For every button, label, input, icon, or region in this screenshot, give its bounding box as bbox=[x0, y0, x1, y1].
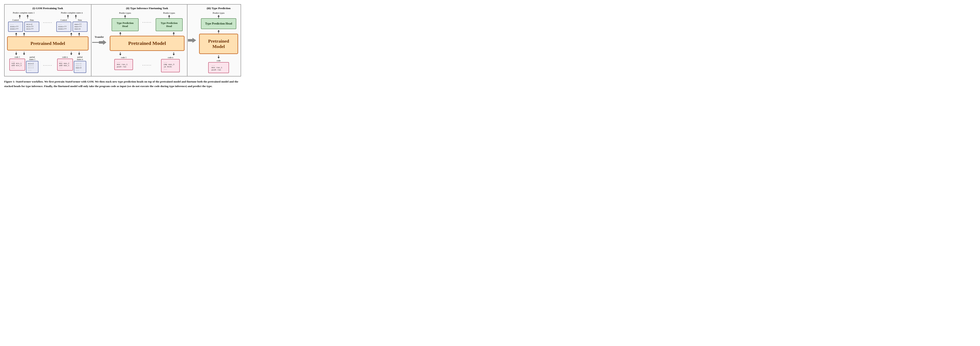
ft-coden-label: code n bbox=[168, 56, 173, 59]
gsm-paneln: Predict complete states n bbox=[56, 12, 88, 32]
predict-types-n: Predict types bbox=[163, 12, 175, 14]
pred-bottom: code ... mov rax,1 push rax bbox=[199, 59, 238, 73]
ft-head-dots: ...... bbox=[142, 19, 152, 24]
gsm-paneln-boxes: Control ... exec=?? exec=?? Data bbox=[56, 19, 88, 32]
code1-box: ... sub ecx,1 add ecx,3 ... bbox=[10, 59, 25, 71]
ft-coden-box: ... cmp eax,3 ja 0x3c ... bbox=[161, 59, 180, 72]
transfer-connector: Transfer bbox=[91, 5, 107, 76]
section-prediction: (iii) Type Prediction Predict types Type… bbox=[197, 5, 241, 76]
arrow-ft-to-pred bbox=[188, 5, 197, 76]
ft-bottom-dots: ...... bbox=[142, 62, 152, 67]
pred-predict-types: Predict types bbox=[213, 12, 224, 14]
ft-code1-col: code 1 ... mov rax,1 push rax bbox=[114, 56, 133, 70]
pred-type-head: Type Prediction Head bbox=[201, 18, 236, 29]
gsm-pretrained-model: Pretrained Model bbox=[7, 37, 89, 51]
ft-type-head-1: Type Prediction Head bbox=[111, 18, 138, 31]
predict-complete-1: Predict complete states 1 bbox=[13, 12, 35, 14]
pred-code-label: code bbox=[217, 59, 221, 62]
ctrl1-col: Control ... exec=?? exec=?? bbox=[8, 19, 23, 32]
partial1-box: ecx=2 ecx=1 ecx=4 ... bbox=[26, 61, 38, 73]
finetuning-heads-row: Predict types Type Prediction Head .....… bbox=[110, 12, 185, 31]
transfer-label: Transfer bbox=[95, 35, 104, 39]
figure-caption: Figure 1: StateFormer workflow. We first… bbox=[4, 80, 241, 89]
gsm-panel1-boxes: Control ... exec=?? exec=?? Data bbox=[8, 19, 39, 32]
gsm-panel1: Predict complete states 1 bbox=[8, 12, 39, 32]
pred-code-box: ... mov rax,1 push rax bbox=[208, 62, 229, 73]
ctrln-label: Control bbox=[60, 19, 67, 21]
sections-row: (i) GSM Pretraining Task Predict complet… bbox=[5, 5, 241, 76]
up-arrow-data1 bbox=[27, 15, 29, 16]
partial1-col: partialstates 1 ecx=2 ecx=1 ecx=4 ... bbox=[26, 56, 38, 73]
prediction-title: (iii) Type Prediction bbox=[199, 6, 238, 10]
ft-code1-box: ... mov rax,1 push rax bbox=[114, 59, 133, 70]
datan-box: eax=?? eax=?? eax=3 bbox=[73, 22, 88, 32]
caption-text: Figure 1: StateFormer workflow. We first… bbox=[4, 80, 238, 88]
code1-label: code 1 bbox=[14, 56, 20, 58]
ft-coden-col: code n ... cmp eax,3 ja 0x3c ... bbox=[161, 56, 180, 72]
pred-pretrained-model: Pretrained Model bbox=[199, 33, 238, 54]
coden-col: code n ... mov eax,2 add eax,1 ... bbox=[57, 56, 73, 73]
transfer-arrow-svg bbox=[99, 40, 107, 45]
ft-code1-label: code 1 bbox=[121, 56, 126, 59]
gsm-top: Predict complete states 1 bbox=[7, 12, 89, 32]
ft-pretrained-model: Pretrained Model bbox=[110, 36, 185, 51]
pred-code-col: code ... mov rax,1 push rax bbox=[208, 59, 229, 73]
svg-marker-1 bbox=[188, 38, 196, 43]
up-arrow-ctrl1 bbox=[19, 15, 21, 16]
partialn-label: partialstates n bbox=[77, 56, 83, 61]
figure: (i) GSM Pretraining Task Predict complet… bbox=[4, 4, 241, 89]
section-finetuning: (ii) Type Inference Finetuning Task Pred… bbox=[107, 5, 188, 76]
predict-types-1: Predict types bbox=[119, 12, 131, 14]
ft-bottom: code 1 ... mov rax,1 push rax ...... cod… bbox=[110, 56, 185, 72]
coden-box: ... mov eax,2 add eax,1 ... bbox=[57, 59, 73, 71]
pred-head-area: Predict types Type Prediction Head bbox=[199, 12, 238, 29]
gsm-bottom-dots: ...... bbox=[43, 62, 52, 67]
up-arrow-ctrln bbox=[67, 15, 69, 16]
partialn-col: partialstates n eax=0 eax=2 eax=3 ... bbox=[74, 56, 86, 73]
ft-headn: Predict types Type Prediction Head bbox=[156, 12, 183, 31]
ft-head1: Predict types Type Prediction Head bbox=[111, 12, 138, 31]
predict-complete-n: Predict complete states n bbox=[61, 12, 83, 14]
code1-col: code 1 ... sub ecx,1 add ecx,3 ... bbox=[10, 56, 25, 73]
datan-label: Data bbox=[78, 19, 82, 21]
data1-box: ecx=2 ecx=?? ecx=?? bbox=[24, 22, 39, 32]
datan-col: Data eax=?? eax=?? eax=3 bbox=[73, 19, 88, 32]
gsm-bottom-group1: code 1 ... sub ecx,1 add ecx,3 ... parti… bbox=[10, 56, 38, 73]
coden-label: code n bbox=[62, 56, 68, 58]
ctrln-box: ... exec=?? exec=?? bbox=[56, 22, 71, 32]
svg-marker-0 bbox=[99, 40, 107, 45]
section-gsm: (i) GSM Pretraining Task Predict complet… bbox=[5, 5, 91, 76]
gsm-top-dots: ...... bbox=[41, 19, 54, 24]
finetuning-title: (ii) Type Inference Finetuning Task bbox=[110, 6, 185, 10]
ctrl1-label: Control bbox=[13, 19, 19, 21]
up-arrow-datan bbox=[75, 15, 77, 16]
arrow-ft-pred-svg bbox=[188, 37, 196, 43]
ctrln-col: Control ... exec=?? exec=?? bbox=[56, 19, 71, 32]
data1-col: Data ecx=2 ecx=?? ecx=?? bbox=[24, 19, 39, 32]
gsm-title: (i) GSM Pretraining Task bbox=[7, 6, 89, 10]
partialn-box: eax=0 eax=2 eax=3 ... bbox=[74, 61, 86, 73]
gsm-bottom: code 1 ... sub ecx,1 add ecx,3 ... parti… bbox=[7, 56, 89, 73]
ctrl1-box: ... exec=?? exec=?? bbox=[8, 22, 23, 32]
diagram-outer: (i) GSM Pretraining Task Predict complet… bbox=[4, 4, 241, 77]
ft-type-head-n: Type Prediction Head bbox=[156, 18, 183, 31]
partial1-label: partialstates 1 bbox=[29, 56, 35, 61]
gsm-bottom-groupn: code n ... mov eax,2 add eax,1 ... parti… bbox=[57, 56, 86, 73]
data1-label: Data bbox=[30, 19, 34, 21]
